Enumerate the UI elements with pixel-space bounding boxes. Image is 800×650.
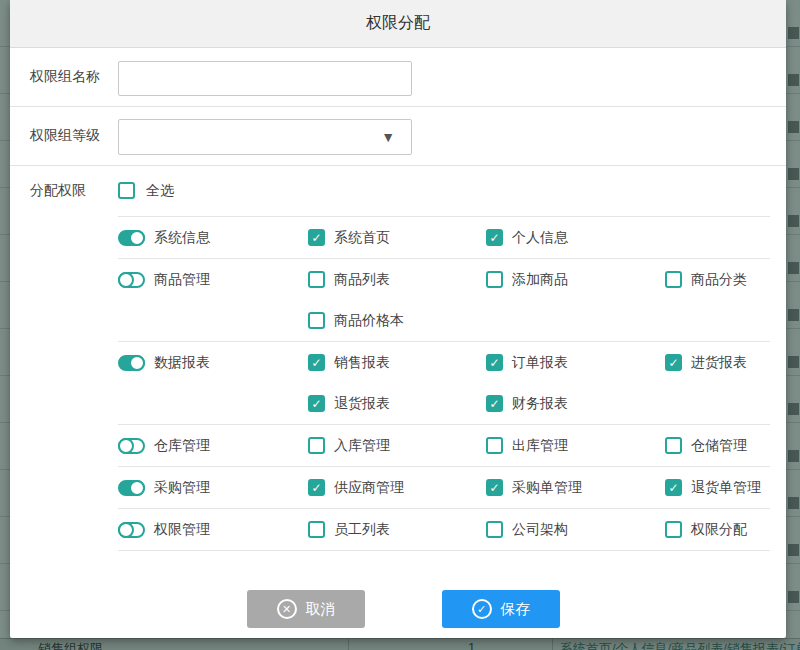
group-level-label: 权限组等级 xyxy=(30,127,100,145)
permission-checkbox[interactable]: ✓ xyxy=(486,229,503,246)
module-toggle[interactable] xyxy=(118,355,145,371)
cancel-label: 取消 xyxy=(306,600,336,619)
toggle-thumb xyxy=(129,355,145,371)
permission-label: 退货报表 xyxy=(334,395,390,413)
group-level-select[interactable]: ▼ xyxy=(118,119,412,155)
permission-checkbox[interactable]: ✓ xyxy=(308,395,325,412)
table-cell-divider xyxy=(348,639,349,650)
permission-checkbox[interactable]: ✓ xyxy=(308,354,325,371)
module-label: 商品管理 xyxy=(154,271,210,289)
permission-label: 系统首页 xyxy=(334,229,390,247)
permission-row: 商品管理商品列表添加商品商品分类商品价格本 xyxy=(118,259,770,342)
permission-row: 仓库管理入库管理出库管理仓储管理 xyxy=(118,425,770,467)
save-label: 保存 xyxy=(501,600,531,619)
permission-checkbox[interactable] xyxy=(486,437,503,454)
dropdown-caret-icon: ▼ xyxy=(381,130,395,144)
permission-checkbox[interactable] xyxy=(486,521,503,538)
permission-label: 订单报表 xyxy=(512,354,568,372)
background-row-name: 销售组权限 xyxy=(38,640,103,650)
module-label: 数据报表 xyxy=(154,354,210,372)
cancel-button[interactable]: ✕ 取消 xyxy=(247,590,365,628)
permission-label: 员工列表 xyxy=(334,521,390,539)
toggle-thumb xyxy=(129,480,145,496)
module-label: 系统信息 xyxy=(154,229,210,247)
permission-checkbox[interactable] xyxy=(308,521,325,538)
module-toggle[interactable] xyxy=(118,480,145,496)
permission-label: 出库管理 xyxy=(512,437,568,455)
toggle-thumb xyxy=(118,522,134,538)
permission-row: 系统信息✓系统首页✓个人信息 xyxy=(118,217,770,259)
toggle-thumb xyxy=(118,438,134,454)
module-toggle[interactable] xyxy=(118,522,145,538)
permission-checkbox[interactable]: ✓ xyxy=(665,354,682,371)
select-all-checkbox[interactable] xyxy=(118,182,135,199)
permission-grid: 系统信息✓系统首页✓个人信息商品管理商品列表添加商品商品分类商品价格本数据报表✓… xyxy=(118,216,770,551)
permission-label: 入库管理 xyxy=(334,437,390,455)
dialog-title: 权限分配 xyxy=(366,13,430,34)
permission-checkbox[interactable]: ✓ xyxy=(308,229,325,246)
module-label: 权限管理 xyxy=(154,521,210,539)
select-all-label: 全选 xyxy=(146,182,174,200)
group-name-row: 权限组名称 xyxy=(10,48,786,107)
permission-label: 采购单管理 xyxy=(512,479,582,497)
permission-checkbox[interactable]: ✓ xyxy=(486,395,503,412)
background-table-row: 销售组权限 1 系统首页/个人信息/商品列表/销售报表/订单报表/退货报表 xyxy=(0,638,800,650)
permission-label: 进货报表 xyxy=(691,354,747,372)
permission-row: 数据报表✓销售报表✓订单报表✓进货报表✓退货报表✓财务报表 xyxy=(118,342,770,425)
save-button[interactable]: ✓ 保存 xyxy=(442,590,560,628)
permission-label: 商品分类 xyxy=(691,271,747,289)
permission-checkbox[interactable]: ✓ xyxy=(486,354,503,371)
permission-label: 添加商品 xyxy=(512,271,568,289)
assign-label: 分配权限 xyxy=(30,182,86,200)
cancel-circle-x-icon: ✕ xyxy=(277,599,297,619)
module-toggle[interactable] xyxy=(118,438,145,454)
permission-label: 财务报表 xyxy=(512,395,568,413)
background-table-edge xyxy=(788,0,799,650)
permission-dialog: 权限分配 权限组名称 权限组等级 ▼ 分配权限 全选 系统信息✓系统首页✓个人信… xyxy=(10,0,786,638)
assign-permissions-row: 分配权限 全选 xyxy=(10,166,786,216)
permission-label: 销售报表 xyxy=(334,354,390,372)
module-label: 仓库管理 xyxy=(154,437,210,455)
permission-checkbox[interactable] xyxy=(486,271,503,288)
permission-row: 采购管理✓供应商管理✓采购单管理✓退货单管理 xyxy=(118,467,770,509)
background-row-level: 1 xyxy=(468,640,475,650)
permission-label: 仓储管理 xyxy=(691,437,747,455)
permission-label: 公司架构 xyxy=(512,521,568,539)
permission-checkbox[interactable] xyxy=(665,521,682,538)
group-name-label: 权限组名称 xyxy=(30,68,100,86)
module-toggle[interactable] xyxy=(118,230,145,246)
permission-checkbox[interactable] xyxy=(308,437,325,454)
module-label: 采购管理 xyxy=(154,479,210,497)
permission-checkbox[interactable]: ✓ xyxy=(665,479,682,496)
background-row-permissions: 系统首页/个人信息/商品列表/销售报表/订单报表/退货报表 xyxy=(560,640,800,650)
permission-checkbox[interactable] xyxy=(308,312,325,329)
group-name-input[interactable] xyxy=(118,61,412,96)
permission-label: 退货单管理 xyxy=(691,479,761,497)
group-level-row: 权限组等级 ▼ xyxy=(10,107,786,166)
permission-checkbox[interactable]: ✓ xyxy=(308,479,325,496)
save-circle-check-icon: ✓ xyxy=(472,599,492,619)
permission-checkbox[interactable] xyxy=(308,271,325,288)
permission-row: 权限管理员工列表公司架构权限分配 xyxy=(118,509,770,551)
permission-checkbox[interactable]: ✓ xyxy=(486,479,503,496)
permission-label: 个人信息 xyxy=(512,229,568,247)
permission-label: 权限分配 xyxy=(691,521,747,539)
toggle-thumb xyxy=(129,230,145,246)
dialog-header: 权限分配 xyxy=(10,0,786,48)
permission-label: 供应商管理 xyxy=(334,479,404,497)
table-cell-divider xyxy=(552,639,553,650)
permission-checkbox[interactable] xyxy=(665,437,682,454)
permission-checkbox[interactable] xyxy=(665,271,682,288)
permission-label: 商品列表 xyxy=(334,271,390,289)
module-toggle[interactable] xyxy=(118,272,145,288)
toggle-thumb xyxy=(118,272,134,288)
permission-label: 商品价格本 xyxy=(334,312,404,330)
